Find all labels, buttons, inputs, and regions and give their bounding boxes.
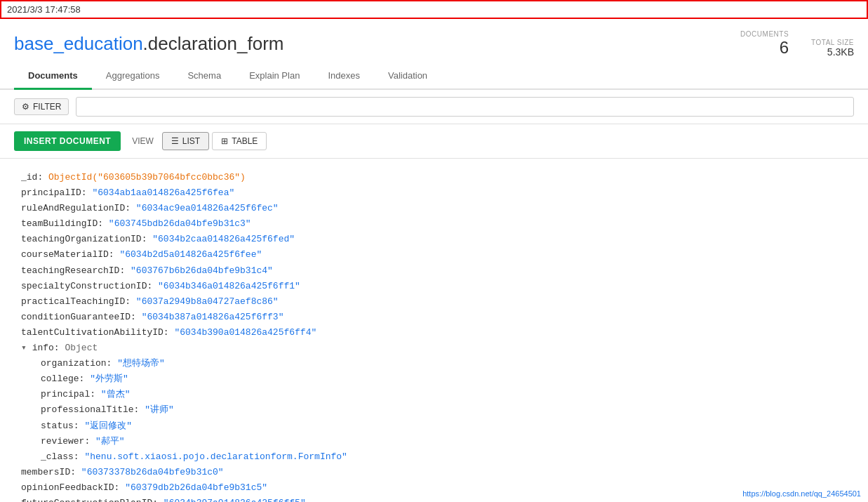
field-row: college: "外劳斯" [21, 371, 847, 387]
filter-button[interactable]: ⚙ FILTER [14, 98, 69, 115]
top-bar: 2021/3/3 17:47:58 [0, 0, 868, 19]
tab-explain-plan[interactable]: Explain Plan [235, 63, 314, 90]
table-view-button[interactable]: ⊞ TABLE [212, 132, 267, 150]
field-row: reviewer: "郝平" [21, 434, 847, 449]
collapse-arrow[interactable]: ▾ [21, 343, 32, 353]
field-row: teachingOrganizationID: "6034b2caa014826… [21, 232, 847, 247]
tab-indexes[interactable]: Indexes [314, 63, 374, 90]
field-row: ruleAndRegulationID: "6034ac9ea014826a42… [21, 201, 847, 216]
field-row: teachingResearchID: "603767b6b26da04bfe9… [21, 263, 847, 279]
field-row: futureConstructionPlanID: "6034b397a0148… [21, 496, 847, 502]
tabs: Documents Aggregations Schema Explain Pl… [0, 63, 868, 90]
table-icon: ⊞ [221, 136, 228, 146]
filter-icon: ⚙ [22, 102, 29, 112]
filter-label: FILTER [33, 102, 61, 112]
timestamp: 2021/3/3 17:47:58 [7, 4, 81, 15]
insert-document-button[interactable]: INSERT DOCUMENT [14, 131, 121, 151]
field-row: specialtyConstructionID: "6034b346a01482… [21, 279, 847, 294]
filter-bar: ⚙ FILTER [0, 90, 868, 124]
field-row: talentCultivationAbilityID: "6034b390a01… [21, 325, 847, 341]
list-view-button[interactable]: ☰ LIST [162, 132, 209, 150]
tab-aggregations[interactable]: Aggregations [92, 63, 174, 90]
header: base_education.declaration_form DOCUMENT… [0, 19, 868, 63]
list-label: LIST [182, 136, 200, 146]
tab-schema[interactable]: Schema [173, 63, 235, 90]
collection-title: base_education.declaration_form [14, 33, 284, 55]
header-meta: DOCUMENTS 6 TOTAL SIZE 5.3KB [740, 30, 854, 58]
field-row: principal: "曾杰" [21, 387, 847, 402]
filter-input[interactable] [76, 97, 854, 117]
field-row: status: "返回修改" [21, 418, 847, 434]
field-row: _class: "henu.soft.xiaosi.pojo.declarati… [21, 449, 847, 465]
tab-validation[interactable]: Validation [374, 63, 441, 90]
footer-link[interactable]: https://blog.csdn.net/qq_24654501 [742, 489, 861, 498]
field-row: teamBuildingID: "603745bdb26da04bfe9b31c… [21, 216, 847, 232]
documents-label: DOCUMENTS [740, 30, 789, 38]
table-label: TABLE [232, 136, 258, 146]
field-row: professionalTitle: "讲师" [21, 402, 847, 418]
field-row: principalID: "6034ab1aa014826a425f6fea" [21, 185, 847, 201]
field-row: practicalTeachingID: "6037a2949b8a04727a… [21, 294, 847, 310]
documents-count: 6 [740, 38, 789, 58]
field-row: conditionGuaranteeID: "6034b387a014826a4… [21, 310, 847, 325]
toolbar: INSERT DOCUMENT VIEW ☰ LIST ⊞ TABLE [0, 124, 868, 159]
field-row: opinionFeedbackID: "60379db2b26da04bfe9b… [21, 480, 847, 496]
db-name-link[interactable]: base_education [14, 33, 143, 54]
document-area: _id: ObjectId("603605b39b7064bfcc0bbc36"… [0, 159, 868, 502]
view-options: ☰ LIST ⊞ TABLE [162, 132, 267, 150]
collection-name: .declaration_form [143, 33, 284, 54]
view-label: VIEW [132, 136, 154, 146]
field-row: organization: "想特场帝" [21, 356, 847, 371]
field-row-object: ▾ info: Object [21, 341, 847, 356]
field-row: courseMaterialID: "6034b2d5a014826a425f6… [21, 247, 847, 263]
list-icon: ☰ [171, 136, 179, 146]
total-size-label: TOTAL SIZE [811, 39, 854, 46]
documents-meta: DOCUMENTS 6 [740, 30, 789, 58]
tab-documents[interactable]: Documents [14, 63, 92, 90]
field-row: membersID: "60373378b26da04bfe9b31c0" [21, 465, 847, 480]
total-size-value: 5.3KB [811, 46, 854, 58]
total-size-meta: TOTAL SIZE 5.3KB [811, 39, 854, 58]
field-row: _id: ObjectId("603605b39b7064bfcc0bbc36"… [21, 170, 847, 185]
